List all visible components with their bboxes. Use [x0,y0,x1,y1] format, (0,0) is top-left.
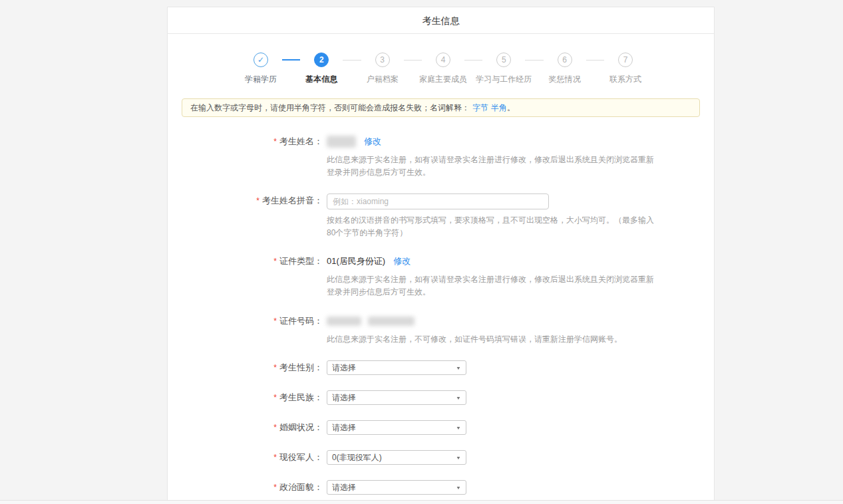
modify-id-type-link[interactable]: 修改 [393,255,411,267]
step-number: 4 [436,53,450,67]
step-label: 基本信息 [305,74,337,85]
required-marker: * [273,137,277,146]
id-type-value: 01(居民身份证) [327,255,385,267]
marital-status-label: *婚姻状况： [168,420,327,435]
id-number-redacted-value [327,316,361,326]
military-service-row: *现役军人： 0(非现役军人) ▼ [168,450,714,465]
byte-glossary-link[interactable]: 字节 [472,103,488,112]
step-connector [464,60,482,61]
gender-label: *考生性别： [168,360,327,375]
marital-status-select[interactable]: 请选择 ▼ [327,420,466,435]
modify-name-link[interactable]: 修改 [364,136,381,148]
required-marker: * [273,316,277,326]
candidate-name-redacted-value [327,136,356,148]
step-label: 奖惩情况 [549,74,581,85]
step-number: 3 [375,53,390,67]
chevron-down-icon: ▼ [456,395,461,400]
political-status-label: *政治面貌： [168,480,327,495]
required-marker: * [273,423,277,432]
required-marker: * [273,483,277,492]
gender-select[interactable]: 请选择 ▼ [327,360,466,375]
step-connector [282,59,300,61]
step-item-5[interactable]: 5学习与工作经历 [482,53,525,85]
gender-row: *考生性别： 请选择 ▼ [168,360,714,375]
chevron-down-icon: ▼ [456,365,461,370]
required-marker: * [273,257,277,266]
military-service-label: *现役军人： [168,450,327,465]
step-label: 学习与工作经历 [476,74,532,85]
step-number: 6 [558,53,572,67]
marital-status-select-value: 请选择 [332,422,356,434]
id-number-redacted-value [368,316,415,326]
step-check-icon: ✓ [253,53,268,67]
step-item-1[interactable]: ✓学籍学历 [240,53,282,85]
step-item-7[interactable]: 7联系方式 [604,53,647,85]
candidate-name-label: *考生姓名： [168,134,327,178]
id-number-label: *证件号码： [168,314,327,346]
name-pinyin-help: 按姓名的汉语拼音的书写形式填写，要求顶格写，且不可出现空格，大小写均可。（最多输… [327,214,654,239]
id-number-row: *证件号码： 此信息来源于实名注册，不可修改，如证件号码填写错误，请重新注册学信… [168,314,714,346]
id-type-help: 此信息来源于实名注册，如有误请登录实名注册进行修改，修改后退出系统且关闭浏览器重… [327,273,654,298]
step-connector [525,60,543,61]
ethnicity-label: *考生民族： [168,390,327,405]
name-pinyin-row: *考生姓名拼音： 按姓名的汉语拼音的书写形式填写，要求顶格写，且不可出现空格，大… [168,193,714,239]
step-label: 联系方式 [609,74,641,85]
step-item-2[interactable]: 2基本信息 [300,53,343,85]
wizard-stepper: ✓学籍学历2基本信息3户籍档案4家庭主要成员5学习与工作经历6奖惩情况7联系方式 [240,53,647,85]
step-connector [404,60,422,61]
step-number: 2 [314,53,329,67]
step-label: 家庭主要成员 [419,74,467,85]
military-service-select-value: 0(非现役军人) [332,452,382,463]
required-marker: * [273,393,277,402]
political-status-select-value: 请选择 [332,482,356,493]
required-marker: * [256,196,259,205]
candidate-info-card: 考生信息 ✓学籍学历2基本信息3户籍档案4家庭主要成员5学习与工作经历6奖惩情况… [167,7,715,504]
step-item-4[interactable]: 4家庭主要成员 [422,53,464,85]
required-marker: * [273,363,277,372]
political-status-select[interactable]: 请选择 ▼ [327,480,466,495]
step-item-3[interactable]: 3户籍档案 [361,53,404,85]
ethnicity-row: *考生民族： 请选择 ▼ [168,390,714,405]
page-title: 考生信息 [168,7,714,34]
basic-info-form: *考生姓名： 修改 此信息来源于实名注册，如有误请登录实名注册进行修改，修改后退… [168,134,714,504]
step-number: 5 [496,53,511,67]
step-number: 7 [618,53,633,67]
name-pinyin-label: *考生姓名拼音： [168,193,327,239]
name-pinyin-input[interactable] [327,193,549,209]
candidate-name-help: 此信息来源于实名注册，如有误请登录实名注册进行修改，修改后退出系统且关闭浏览器重… [327,154,654,178]
halfwidth-notice-banner: 在输入数字或字母时，请使用半角字符，否则可能会造成报名失败；名词解释：字节半角。 [182,98,700,117]
notice-suffix: 。 [507,103,515,112]
chevron-down-icon: ▼ [456,425,461,430]
id-number-help: 此信息来源于实名注册，不可修改，如证件号码填写错误，请重新注册学信网账号。 [327,333,622,346]
id-type-row: *证件类型： 01(居民身份证) 修改 此信息来源于实名注册，如有误请登录实名注… [168,254,714,298]
political-status-row: *政治面貌： 请选择 ▼ [168,480,714,495]
marital-status-row: *婚姻状况： 请选择 ▼ [168,420,714,435]
halfwidth-glossary-link[interactable]: 半角 [491,103,507,112]
chevron-down-icon: ▼ [456,485,461,490]
chevron-down-icon: ▼ [456,455,461,460]
step-item-6[interactable]: 6奖惩情况 [544,53,586,85]
step-connector [586,60,604,61]
notice-text: 在输入数字或字母时，请使用半角字符，否则可能会造成报名失败；名词解释： [190,103,470,112]
step-label: 户籍档案 [367,74,399,85]
military-service-select[interactable]: 0(非现役军人) ▼ [327,450,466,465]
gender-select-value: 请选择 [332,362,356,374]
page-footer-divider [0,500,843,504]
step-connector [343,60,361,61]
required-marker: * [273,453,277,462]
candidate-name-row: *考生姓名： 修改 此信息来源于实名注册，如有误请登录实名注册进行修改，修改后退… [168,134,714,178]
id-type-label: *证件类型： [168,254,327,298]
step-label: 学籍学历 [245,74,277,85]
ethnicity-select-value: 请选择 [332,392,356,404]
ethnicity-select[interactable]: 请选择 ▼ [327,390,466,405]
